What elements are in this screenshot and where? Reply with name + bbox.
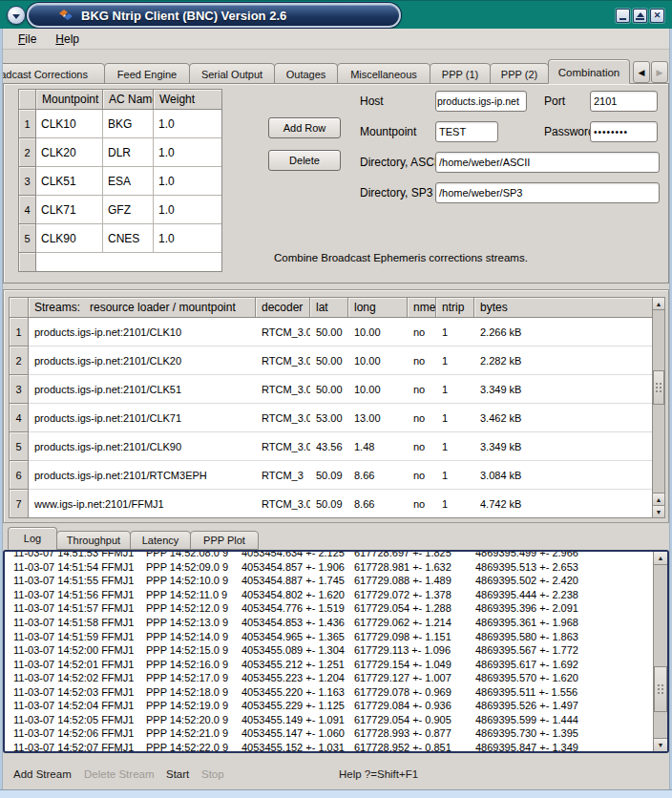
tab-serial-output[interactable]: Serial Output — [189, 63, 275, 84]
cell-weight[interactable]: 1.0 — [154, 196, 221, 224]
password-label: Password — [544, 125, 595, 138]
row-number[interactable]: 7 — [10, 490, 29, 518]
scroll-up-button[interactable]: ▲ — [653, 298, 664, 310]
stop-button[interactable]: Stop — [201, 768, 224, 780]
add-row-button[interactable]: Add Row — [268, 117, 341, 138]
tab-scroll-right-button[interactable]: ▶ — [651, 61, 668, 83]
close-button[interactable]: ✕ — [650, 9, 664, 23]
tab-feed-engine[interactable]: Feed Engine — [104, 63, 190, 84]
col-header-nmea[interactable]: nmea — [408, 298, 436, 318]
cell-bytes: 2.266 kB — [474, 318, 653, 346]
cell-ac-name[interactable]: BKG — [103, 110, 154, 138]
scroll-down-button[interactable]: ▼ — [654, 738, 667, 751]
log-line: 11-03-07 14:52:02 FFMJ1PPP 14:52:17.0 94… — [5, 671, 651, 685]
stream-row[interactable]: 7www.igs-ip.net:2101/FFMJ1RTCM_3.050.098… — [10, 490, 653, 518]
col-header-streams[interactable]: Streams: resource loader / mountpoint — [29, 298, 256, 318]
cell-mountpoint[interactable]: CLK51 — [36, 167, 103, 196]
cell-weight[interactable]: 1.0 — [154, 224, 221, 253]
scrollbar-thumb[interactable] — [653, 370, 664, 405]
directory-ascii-label: Directory, ASCII — [360, 156, 440, 169]
stream-row[interactable]: 6products.igs-ip.net:2101/RTCM3EPHRTCM_3… — [10, 461, 653, 490]
stream-row[interactable]: 3products.igs-ip.net:2101/CLK51RTCM_3.05… — [10, 375, 653, 404]
cell-ac-name[interactable]: DLR — [103, 138, 154, 167]
host-input[interactable] — [435, 91, 527, 112]
cell-ac-name[interactable]: GFZ — [103, 196, 154, 224]
col-header-ntrip[interactable]: ntrip — [436, 298, 474, 318]
mountpoint-input[interactable] — [435, 121, 498, 142]
col-header-ac-name[interactable]: AC Name — [103, 90, 154, 110]
directory-sp3-input[interactable] — [435, 182, 660, 203]
row-number[interactable]: 1 — [19, 110, 36, 138]
tab-ppp-1[interactable]: PPP (1) — [430, 63, 491, 84]
log-col-4: 4869395.570 +- 1.620 — [475, 672, 651, 683]
scroll-up-button-2[interactable]: ▲ — [653, 493, 664, 505]
stream-row[interactable]: 5products.igs-ip.net:2101/CLK90RTCM_3.04… — [10, 432, 653, 461]
cell-weight[interactable]: 1.0 — [154, 138, 221, 167]
cell-nmea: no — [408, 404, 436, 432]
cell-ac-name[interactable]: CNES — [103, 224, 154, 253]
row-number[interactable]: 4 — [19, 196, 36, 224]
row-number[interactable]: 1 — [10, 318, 29, 346]
row-number[interactable]: 5 — [10, 432, 29, 461]
start-button[interactable]: Start — [166, 768, 189, 780]
menu-help[interactable]: Help — [52, 32, 83, 47]
streams-scrollbar[interactable]: ▲ ▲ ▼ — [652, 297, 665, 518]
tab-combination[interactable]: Combination — [548, 59, 630, 84]
stream-row[interactable]: 1products.igs-ip.net:2101/CLK10RTCM_3.05… — [10, 318, 653, 346]
col-header-bytes[interactable]: bytes — [474, 298, 653, 318]
cell-weight[interactable]: 1.0 — [154, 167, 221, 196]
cell-weight[interactable]: 1.0 — [154, 110, 221, 138]
col-header-long[interactable]: long — [348, 298, 408, 318]
log-scrollbar[interactable]: ▲ ▼ — [653, 552, 667, 751]
row-number[interactable]: 6 — [10, 461, 29, 490]
tab-broadcast-corrections[interactable]: Broadcast Corrections — [3, 63, 105, 84]
tab-outages[interactable]: Outages — [274, 63, 338, 84]
tab-ppp-2[interactable]: PPP (2) — [490, 63, 549, 84]
cell-bytes: 4.742 kB — [474, 490, 653, 518]
row-number[interactable]: 3 — [10, 375, 29, 404]
scrollbar-thumb[interactable] — [654, 666, 667, 712]
tab-log[interactable]: Log — [8, 527, 57, 550]
log-col-0: 11-03-07 14:52:03 FFMJ1 — [13, 686, 146, 698]
tab-scroll-left-button[interactable]: ◀ — [633, 61, 650, 83]
scroll-down-button[interactable]: ▼ — [653, 505, 664, 517]
add-stream-button[interactable]: Add Stream — [13, 768, 72, 780]
cell-mountpoint[interactable]: CLK90 — [36, 224, 103, 253]
password-input[interactable] — [590, 121, 658, 142]
log-col-0: 11-03-07 14:52:00 FFMJ1 — [13, 644, 146, 656]
delete-button[interactable]: Delete — [268, 150, 341, 171]
row-number[interactable]: 2 — [19, 138, 36, 167]
tab-ppp-plot[interactable]: PPP Plot — [190, 531, 259, 550]
row-number[interactable]: 3 — [19, 167, 36, 196]
col-header-decoder[interactable]: decoder — [256, 298, 310, 318]
cell-ac-name[interactable]: ESA — [103, 167, 154, 196]
row-number[interactable]: 5 — [19, 224, 36, 253]
tab-miscellaneous[interactable]: Miscellaneous — [337, 63, 430, 84]
maximize-button[interactable] — [633, 9, 647, 23]
stream-row[interactable]: 4products.igs-ip.net:2101/CLK71RTCM_3.05… — [10, 404, 653, 432]
col-header-weight[interactable]: Weight — [154, 90, 221, 110]
menu-file[interactable]: File — [14, 32, 40, 47]
delete-stream-button[interactable]: Delete Stream — [84, 768, 155, 780]
port-input[interactable] — [590, 91, 658, 112]
cell-source: products.igs-ip.net:2101/CLK71 — [29, 404, 256, 432]
stream-row[interactable]: 2products.igs-ip.net:2101/CLK20RTCM_3.05… — [10, 346, 653, 375]
scroll-up-button[interactable]: ▲ — [654, 552, 667, 565]
window-menu-button[interactable] — [7, 6, 26, 25]
log-col-1: PPP 14:52:14.0 9 — [146, 631, 242, 642]
directory-ascii-input[interactable] — [435, 152, 660, 173]
tab-bar: Broadcast Corrections Feed Engine Serial… — [3, 59, 632, 84]
cell-mountpoint[interactable]: CLK71 — [36, 196, 103, 224]
log-col-3: 617728.981 +- 1.632 — [354, 561, 475, 573]
col-header-mountpoint[interactable]: Mountpoint — [36, 90, 103, 110]
log-view[interactable]: 11-03-07 14:51:53 FFMJ1PPP 14:52:08.0 94… — [3, 550, 669, 753]
row-number[interactable]: 4 — [10, 404, 29, 432]
tab-latency[interactable]: Latency — [130, 531, 191, 550]
minimize-button[interactable] — [616, 9, 630, 23]
cell-mountpoint[interactable]: CLK20 — [36, 138, 103, 167]
titlebar[interactable]: BKG Ntrip Client (BNC) Version 2.6 ✕ — [0, 0, 672, 29]
tab-throughput[interactable]: Throughput — [56, 531, 131, 550]
cell-mountpoint[interactable]: CLK10 — [36, 110, 103, 138]
row-number[interactable]: 2 — [10, 346, 29, 375]
col-header-lat[interactable]: lat — [310, 298, 348, 318]
